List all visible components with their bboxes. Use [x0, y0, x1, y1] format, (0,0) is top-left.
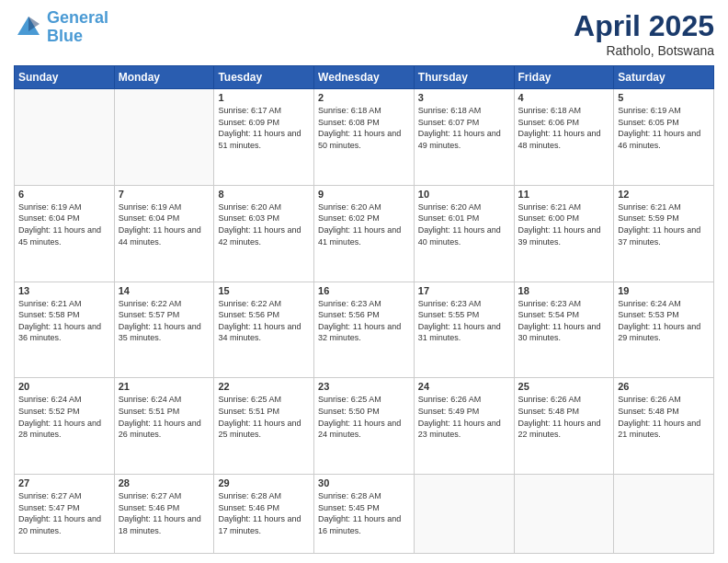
calendar-header: SundayMondayTuesdayWednesdayThursdayFrid…: [15, 66, 714, 89]
page: General Blue April 2025 Ratholo, Botswan…: [0, 0, 728, 563]
day-info: Sunrise: 6:23 AM Sunset: 5:55 PM Dayligh…: [418, 298, 510, 344]
header-cell-wednesday: Wednesday: [314, 66, 415, 89]
day-number: 22: [218, 381, 310, 392]
day-cell: 25Sunrise: 6:26 AM Sunset: 5:48 PM Dayli…: [514, 378, 614, 475]
day-info: Sunrise: 6:25 AM Sunset: 5:51 PM Dayligh…: [218, 394, 310, 440]
day-cell: 6Sunrise: 6:19 AM Sunset: 6:04 PM Daylig…: [15, 185, 115, 282]
day-number: 8: [218, 189, 310, 200]
day-cell: 1Sunrise: 6:17 AM Sunset: 6:09 PM Daylig…: [214, 89, 314, 186]
day-number: 18: [518, 285, 610, 296]
day-number: 28: [119, 477, 210, 488]
day-info: Sunrise: 6:19 AM Sunset: 6:04 PM Dayligh…: [119, 201, 210, 247]
day-cell: 7Sunrise: 6:19 AM Sunset: 6:04 PM Daylig…: [114, 185, 214, 282]
calendar-body: 1Sunrise: 6:17 AM Sunset: 6:09 PM Daylig…: [15, 89, 714, 554]
day-cell: 26Sunrise: 6:26 AM Sunset: 5:48 PM Dayli…: [614, 378, 714, 475]
day-cell: 22Sunrise: 6:25 AM Sunset: 5:51 PM Dayli…: [214, 378, 314, 475]
week-row-0: 1Sunrise: 6:17 AM Sunset: 6:09 PM Daylig…: [15, 89, 714, 186]
day-cell: 15Sunrise: 6:22 AM Sunset: 5:56 PM Dayli…: [214, 282, 314, 378]
day-info: Sunrise: 6:26 AM Sunset: 5:49 PM Dayligh…: [418, 394, 510, 440]
day-number: 9: [318, 189, 410, 200]
day-info: Sunrise: 6:20 AM Sunset: 6:03 PM Dayligh…: [218, 201, 310, 247]
day-info: Sunrise: 6:27 AM Sunset: 5:46 PM Dayligh…: [119, 490, 210, 536]
day-cell: 23Sunrise: 6:25 AM Sunset: 5:50 PM Dayli…: [314, 378, 415, 475]
day-info: Sunrise: 6:22 AM Sunset: 5:57 PM Dayligh…: [119, 298, 210, 344]
day-info: Sunrise: 6:28 AM Sunset: 5:46 PM Dayligh…: [218, 490, 310, 536]
day-number: 14: [119, 285, 210, 296]
day-number: 11: [518, 189, 610, 200]
day-number: 4: [518, 92, 610, 103]
day-number: 19: [618, 285, 710, 296]
day-number: 30: [318, 477, 410, 488]
day-info: Sunrise: 6:25 AM Sunset: 5:50 PM Dayligh…: [318, 394, 410, 440]
day-cell: [15, 89, 115, 186]
day-number: 24: [418, 381, 510, 392]
week-row-3: 20Sunrise: 6:24 AM Sunset: 5:52 PM Dayli…: [15, 378, 714, 475]
day-number: 21: [119, 381, 210, 392]
day-cell: 10Sunrise: 6:20 AM Sunset: 6:01 PM Dayli…: [414, 185, 514, 282]
day-info: Sunrise: 6:17 AM Sunset: 6:09 PM Dayligh…: [218, 105, 310, 151]
logo-icon: [14, 13, 43, 42]
day-number: 29: [218, 477, 310, 488]
day-number: 15: [218, 285, 310, 296]
week-row-1: 6Sunrise: 6:19 AM Sunset: 6:04 PM Daylig…: [15, 185, 714, 282]
title-block: April 2025 Ratholo, Botswana: [574, 9, 714, 58]
day-number: 2: [318, 92, 410, 103]
day-number: 23: [318, 381, 410, 392]
day-cell: 2Sunrise: 6:18 AM Sunset: 6:08 PM Daylig…: [314, 89, 415, 186]
day-cell: 13Sunrise: 6:21 AM Sunset: 5:58 PM Dayli…: [15, 282, 115, 378]
day-cell: 16Sunrise: 6:23 AM Sunset: 5:56 PM Dayli…: [314, 282, 415, 378]
day-info: Sunrise: 6:18 AM Sunset: 6:08 PM Dayligh…: [318, 105, 410, 151]
day-cell: 14Sunrise: 6:22 AM Sunset: 5:57 PM Dayli…: [114, 282, 214, 378]
day-cell: 4Sunrise: 6:18 AM Sunset: 6:06 PM Daylig…: [514, 89, 614, 186]
calendar-title: April 2025: [574, 9, 714, 43]
header-cell-tuesday: Tuesday: [214, 66, 314, 89]
day-cell: 3Sunrise: 6:18 AM Sunset: 6:07 PM Daylig…: [414, 89, 514, 186]
logo-text-line1: General: [47, 9, 108, 28]
day-info: Sunrise: 6:21 AM Sunset: 5:58 PM Dayligh…: [18, 298, 110, 344]
day-info: Sunrise: 6:21 AM Sunset: 5:59 PM Dayligh…: [618, 201, 710, 247]
day-number: 12: [618, 189, 710, 200]
day-number: 27: [18, 477, 110, 488]
day-cell: 19Sunrise: 6:24 AM Sunset: 5:53 PM Dayli…: [614, 282, 714, 378]
day-info: Sunrise: 6:24 AM Sunset: 5:51 PM Dayligh…: [119, 394, 210, 440]
day-number: 10: [418, 189, 510, 200]
day-number: 25: [518, 381, 610, 392]
day-info: Sunrise: 6:24 AM Sunset: 5:52 PM Dayligh…: [18, 394, 110, 440]
header-cell-thursday: Thursday: [414, 66, 514, 89]
day-number: 16: [318, 285, 410, 296]
day-cell: 9Sunrise: 6:20 AM Sunset: 6:02 PM Daylig…: [314, 185, 415, 282]
day-number: 5: [618, 92, 710, 103]
header-cell-monday: Monday: [114, 66, 214, 89]
day-cell: 11Sunrise: 6:21 AM Sunset: 6:00 PM Dayli…: [514, 185, 614, 282]
day-cell: [614, 475, 714, 554]
day-cell: [114, 89, 214, 186]
day-info: Sunrise: 6:22 AM Sunset: 5:56 PM Dayligh…: [218, 298, 310, 344]
day-info: Sunrise: 6:19 AM Sunset: 6:05 PM Dayligh…: [618, 105, 710, 151]
day-number: 20: [18, 381, 110, 392]
day-number: 26: [618, 381, 710, 392]
day-info: Sunrise: 6:26 AM Sunset: 5:48 PM Dayligh…: [618, 394, 710, 440]
day-cell: 17Sunrise: 6:23 AM Sunset: 5:55 PM Dayli…: [414, 282, 514, 378]
header-cell-sunday: Sunday: [15, 66, 115, 89]
day-number: 3: [418, 92, 510, 103]
day-number: 7: [119, 189, 210, 200]
day-number: 13: [18, 285, 110, 296]
header-cell-saturday: Saturday: [614, 66, 714, 89]
day-cell: [414, 475, 514, 554]
calendar-table: SundayMondayTuesdayWednesdayThursdayFrid…: [14, 65, 714, 554]
day-cell: 28Sunrise: 6:27 AM Sunset: 5:46 PM Dayli…: [114, 475, 214, 554]
header-cell-friday: Friday: [514, 66, 614, 89]
day-info: Sunrise: 6:23 AM Sunset: 5:56 PM Dayligh…: [318, 298, 410, 344]
day-cell: [514, 475, 614, 554]
day-cell: 29Sunrise: 6:28 AM Sunset: 5:46 PM Dayli…: [214, 475, 314, 554]
day-info: Sunrise: 6:18 AM Sunset: 6:06 PM Dayligh…: [518, 105, 610, 151]
logo: General Blue: [14, 9, 108, 46]
day-info: Sunrise: 6:18 AM Sunset: 6:07 PM Dayligh…: [418, 105, 510, 151]
day-cell: 8Sunrise: 6:20 AM Sunset: 6:03 PM Daylig…: [214, 185, 314, 282]
day-info: Sunrise: 6:27 AM Sunset: 5:47 PM Dayligh…: [18, 490, 110, 536]
day-number: 6: [18, 189, 110, 200]
day-cell: 5Sunrise: 6:19 AM Sunset: 6:05 PM Daylig…: [614, 89, 714, 186]
day-cell: 30Sunrise: 6:28 AM Sunset: 5:45 PM Dayli…: [314, 475, 415, 554]
day-info: Sunrise: 6:19 AM Sunset: 6:04 PM Dayligh…: [18, 201, 110, 247]
day-info: Sunrise: 6:21 AM Sunset: 6:00 PM Dayligh…: [518, 201, 610, 247]
